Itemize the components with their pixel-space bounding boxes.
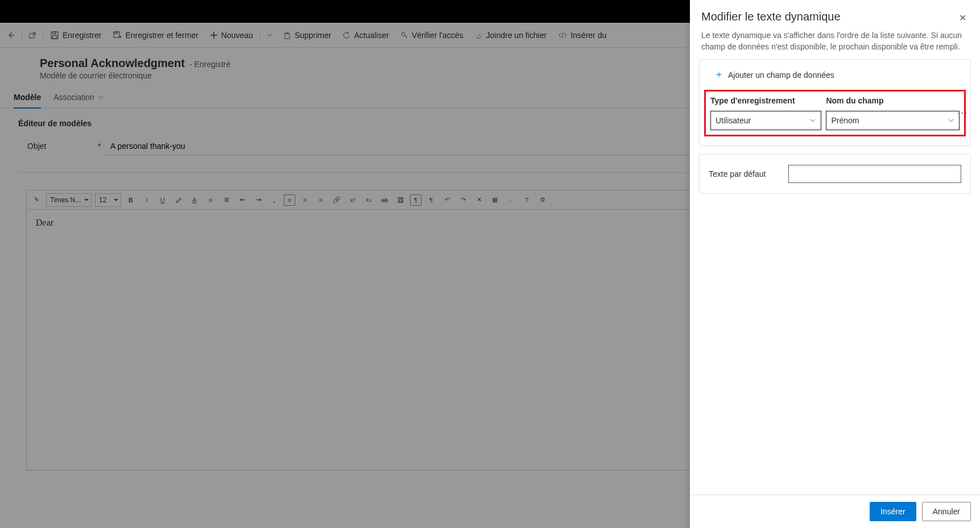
default-text-card: Texte par défaut <box>699 154 971 194</box>
insert-label: Insérer <box>880 507 905 516</box>
plus-icon: ＋ <box>714 69 723 81</box>
more-options-button[interactable]: ⋯ <box>954 106 971 119</box>
add-data-field-button[interactable]: ＋ Ajouter un champ de données <box>700 60 970 90</box>
dynamic-text-panel: Modifier le texte dynamique ✕ Le texte d… <box>690 0 980 528</box>
insert-button[interactable]: Insérer <box>870 502 916 521</box>
panel-title: Modifier le texte dynamique <box>701 10 841 23</box>
panel-description: Le texte dynamique va s'afficher dans l'… <box>690 30 980 59</box>
default-text-label: Texte par défaut <box>709 169 777 178</box>
data-field-card: ＋ Ajouter un champ de données Type d'enr… <box>699 59 971 146</box>
record-type-value: Utilisateur <box>716 116 751 125</box>
add-field-label: Ajouter un champ de données <box>728 70 834 80</box>
field-mapping-highlight: Type d'enregistrement Utilisateur Nom du… <box>704 90 966 136</box>
panel-footer: Insérer Annuler <box>690 494 980 528</box>
default-text-input[interactable] <box>788 165 961 183</box>
record-type-select[interactable]: Utilisateur <box>710 111 821 130</box>
cancel-label: Annuler <box>933 507 960 516</box>
field-name-value: Prénom <box>831 116 859 125</box>
record-type-label: Type d'enregistrement <box>710 96 821 105</box>
close-icon: ✕ <box>959 13 966 23</box>
cancel-button[interactable]: Annuler <box>922 502 971 521</box>
close-button[interactable]: ✕ <box>957 10 969 26</box>
field-name-select[interactable]: Prénom <box>826 111 960 130</box>
chevron-down-icon <box>809 117 816 124</box>
field-name-label: Nom du champ <box>826 96 960 105</box>
